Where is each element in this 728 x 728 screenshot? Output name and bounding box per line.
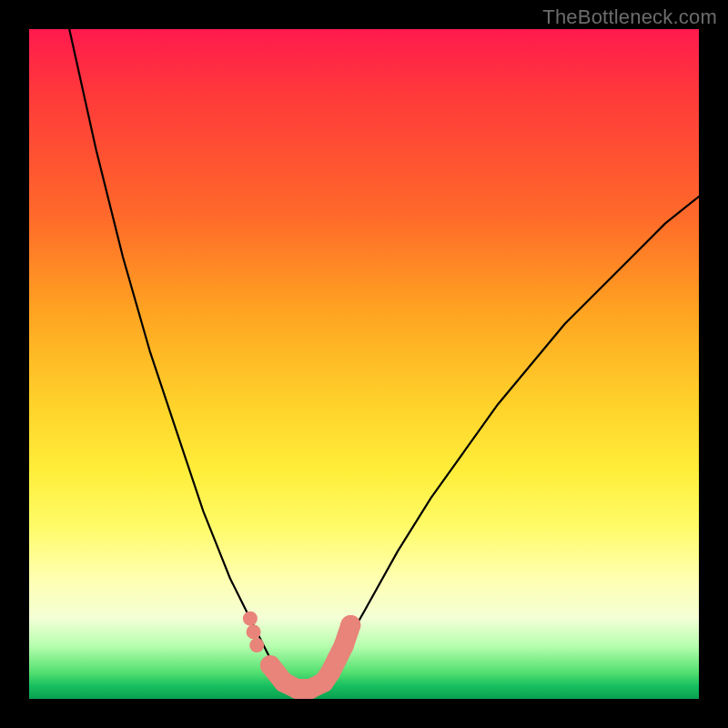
attribution-watermark: TheBottleneck.com [542,5,717,29]
curve-left-branch [69,29,284,685]
plot-area [29,29,699,699]
chart-frame: TheBottleneck.com [0,0,728,728]
chart-svg [29,29,699,699]
accent-dot [334,635,354,655]
accent-dot [260,655,280,675]
accent-dot [243,612,258,626]
accent-dot [247,624,261,639]
accent-dot [340,615,360,635]
curve-right-branch [324,197,699,685]
accent-dot [249,638,264,652]
